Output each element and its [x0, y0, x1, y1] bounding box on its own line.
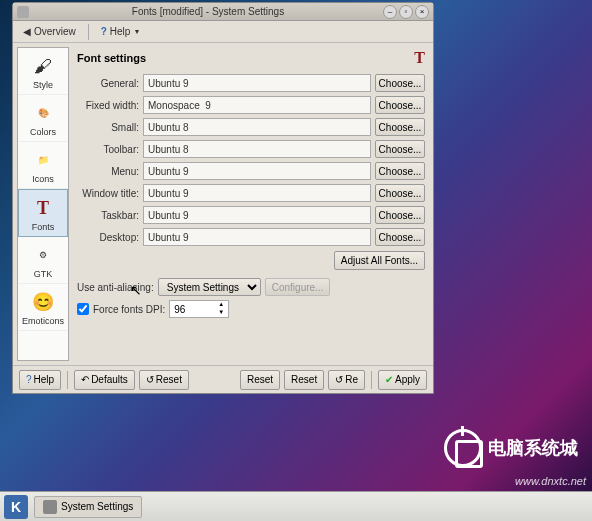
logo-circle-icon — [444, 429, 482, 467]
fixed-font-input[interactable] — [143, 96, 371, 114]
titlebar[interactable]: Fonts [modified] - System Settings – ▫ × — [13, 3, 433, 21]
reset-icon: ↺ — [146, 374, 154, 385]
windowtitle-font-input[interactable] — [143, 184, 371, 202]
minimize-button[interactable]: – — [383, 5, 397, 19]
back-icon: ◀ — [23, 26, 31, 37]
sidebar-item-label: Emoticons — [22, 316, 64, 326]
site-logo: 电脑系统城 — [444, 429, 578, 467]
general-font-input[interactable] — [143, 74, 371, 92]
configure-aa-button[interactable]: Configure... — [265, 278, 331, 296]
sidebar-item-label: Fonts — [32, 222, 55, 232]
sidebar-item-icons[interactable]: 📁 Icons — [18, 142, 68, 189]
font-row-fixed: Fixed width: Choose... — [77, 95, 425, 115]
sidebar-item-fonts[interactable]: T Fonts — [18, 189, 68, 237]
dpi-up-button[interactable]: ▲ — [214, 301, 228, 309]
sidebar-item-label: Style — [33, 80, 53, 90]
font-row-general: General: Choose... — [77, 73, 425, 93]
sidebar-item-label: Icons — [32, 174, 54, 184]
overview-button[interactable]: ◀ Overview — [19, 24, 80, 39]
font-row-windowtitle: Window title: Choose... — [77, 183, 425, 203]
font-row-toolbar: Toolbar: Choose... — [77, 139, 425, 159]
small-font-input[interactable] — [143, 118, 371, 136]
kmenu-button[interactable]: K — [4, 495, 28, 519]
adjust-all-fonts-button[interactable]: Adjust All Fonts... — [334, 251, 425, 270]
window-icon — [17, 6, 29, 18]
brush-icon: 🖌 — [31, 54, 55, 78]
choose-toolbar-button[interactable]: Choose... — [375, 140, 425, 158]
font-row-menu: Menu: Choose... — [77, 161, 425, 181]
main-panel: Font settings T General: Choose... Fixed… — [71, 43, 433, 365]
defaults-button[interactable]: ↶Defaults — [74, 370, 135, 390]
smiley-icon: 😊 — [31, 290, 55, 314]
choose-desktop-button[interactable]: Choose... — [375, 228, 425, 246]
reset-button-4[interactable]: ↺Re — [328, 370, 365, 390]
folder-icon: 📁 — [31, 148, 55, 172]
dpi-down-button[interactable]: ▼ — [214, 309, 228, 317]
close-button[interactable]: × — [415, 5, 429, 19]
font-row-small: Small: Choose... — [77, 117, 425, 137]
choose-windowtitle-button[interactable]: Choose... — [375, 184, 425, 202]
toolbar-font-input[interactable] — [143, 140, 371, 158]
window-title: Fonts [modified] - System Settings — [33, 6, 383, 17]
reset-button[interactable]: ↺Reset — [139, 370, 189, 390]
apply-button[interactable]: ✔Apply — [378, 370, 427, 390]
toolbar: ◀ Overview ? Help ▼ — [13, 21, 433, 43]
reset-icon: ↺ — [335, 374, 343, 385]
taskbar-font-input[interactable] — [143, 206, 371, 224]
sidebar-item-gtk[interactable]: ⚙ GTK — [18, 237, 68, 284]
watermark-url: www.dnxtc.net — [515, 475, 586, 487]
desktop-font-input[interactable] — [143, 228, 371, 246]
maximize-button[interactable]: ▫ — [399, 5, 413, 19]
fonts-header-icon: T — [414, 49, 425, 67]
sidebar-item-style[interactable]: 🖌 Style — [18, 48, 68, 95]
menu-font-input[interactable] — [143, 162, 371, 180]
help-icon: ? — [101, 26, 107, 37]
choose-general-button[interactable]: Choose... — [375, 74, 425, 92]
gear-icon: ⚙ — [31, 243, 55, 267]
help-icon: ? — [26, 374, 32, 385]
dpi-value-input[interactable] — [170, 301, 214, 317]
reset-button-3[interactable]: Reset — [284, 370, 324, 390]
taskbar: K System Settings — [0, 491, 592, 521]
choose-fixed-button[interactable]: Choose... — [375, 96, 425, 114]
choose-taskbar-button[interactable]: Choose... — [375, 206, 425, 224]
sidebar: 🖌 Style 🎨 Colors 📁 Icons T Fonts ⚙ GTK 😊 — [17, 47, 69, 361]
taskbar-item-settings[interactable]: System Settings — [34, 496, 142, 518]
sidebar-item-colors[interactable]: 🎨 Colors — [18, 95, 68, 142]
sidebar-item-emoticons[interactable]: 😊 Emoticons — [18, 284, 68, 331]
choose-menu-button[interactable]: Choose... — [375, 162, 425, 180]
dpi-spinbox[interactable]: ▲ ▼ — [169, 300, 229, 318]
force-dpi-checkbox[interactable] — [77, 303, 89, 315]
chevron-down-icon: ▼ — [133, 28, 140, 35]
settings-window: Fonts [modified] - System Settings – ▫ ×… — [12, 2, 434, 394]
sidebar-item-label: GTK — [34, 269, 53, 279]
sidebar-item-label: Colors — [30, 127, 56, 137]
fonts-icon: T — [31, 196, 55, 220]
force-dpi-label: Force fonts DPI: — [93, 304, 165, 315]
check-icon: ✔ — [385, 374, 393, 385]
palette-icon: 🎨 — [31, 101, 55, 125]
font-row-taskbar: Taskbar: Choose... — [77, 205, 425, 225]
anti-aliasing-label: Use anti-aliasing: — [77, 282, 154, 293]
help-menu-button[interactable]: ? Help ▼ — [97, 24, 145, 39]
section-title: Font settings — [77, 52, 146, 64]
toolbar-separator — [88, 24, 89, 40]
choose-small-button[interactable]: Choose... — [375, 118, 425, 136]
app-icon — [43, 500, 57, 514]
undo-icon: ↶ — [81, 374, 89, 385]
help-button[interactable]: ?Help — [19, 370, 61, 390]
reset-button-2[interactable]: Reset — [240, 370, 280, 390]
anti-aliasing-select[interactable]: System Settings — [158, 278, 261, 296]
footer-buttons: ?Help ↶Defaults ↺Reset Reset Reset ↺Re ✔… — [13, 365, 433, 393]
font-row-desktop: Desktop: Choose... — [77, 227, 425, 247]
